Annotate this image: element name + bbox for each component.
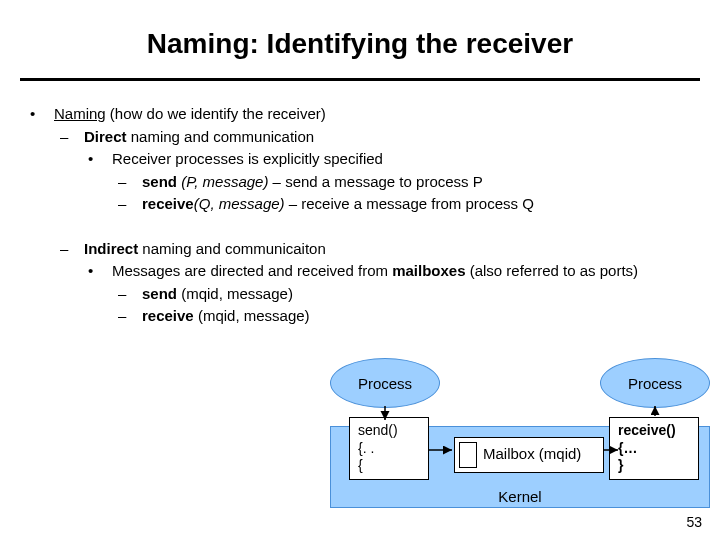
kernel-label: Kernel: [498, 488, 541, 505]
dot: •: [88, 260, 112, 283]
direct-sub-text: Receiver processes is explicitly specifi…: [112, 148, 700, 171]
naming-rest: (how do we identify the receiver): [106, 105, 326, 122]
indirect-sub-b: mailboxes: [392, 262, 465, 279]
indirect-text: Indirect naming and communicaiton: [84, 238, 700, 261]
isend-line: – send (mqid, message): [118, 283, 700, 306]
dash: –: [118, 193, 142, 216]
dash: –: [60, 238, 84, 261]
kernel-box: send() {. . { Mailbox (mqid) receive() {…: [330, 426, 710, 508]
dash: –: [118, 283, 142, 306]
recv-code-l1: receive(): [618, 422, 690, 440]
dash: –: [118, 305, 142, 328]
irecv-text: receive (mqid, message): [142, 305, 700, 328]
recv-code-l3: }: [618, 457, 690, 475]
isend-text: send (mqid, message): [142, 283, 700, 306]
send-args: (P, message): [177, 173, 268, 190]
send-line: – send (P, message) – send a message to …: [118, 171, 700, 194]
recv-line: – receive(Q, message) – receive a messag…: [118, 193, 700, 216]
recv-code-l2: {…: [618, 440, 690, 458]
slide-title: Naming: Identifying the receiver: [0, 0, 720, 78]
send-text: send (P, message) – send a message to pr…: [142, 171, 700, 194]
gap: [30, 216, 700, 238]
title-rule: [20, 78, 700, 81]
mailbox-slot: [459, 442, 477, 468]
dash: –: [118, 171, 142, 194]
direct-line: – Direct naming and communication: [60, 126, 700, 149]
recv-text: receive(Q, message) – receive a message …: [142, 193, 700, 216]
indirect-rest: naming and communicaiton: [138, 240, 326, 257]
irecv-rest: (mqid, message): [194, 307, 310, 324]
mailbox-box: Mailbox (mqid): [454, 437, 604, 473]
send-rest: – send a message to process P: [268, 173, 482, 190]
recv-bold: receive: [142, 195, 194, 212]
content: • Naming (how do we identify the receive…: [30, 103, 700, 328]
send-code-l3: {: [358, 457, 420, 475]
direct-sub: • Receiver processes is explicitly speci…: [88, 148, 700, 171]
process-label-right: Process: [628, 375, 682, 392]
send-code-box: send() {. . {: [349, 417, 429, 480]
indirect-bold: Indirect: [84, 240, 138, 257]
bullet-text: Naming (how do we identify the receiver): [54, 103, 700, 126]
bullet-dot: •: [30, 103, 54, 126]
bullet-naming: • Naming (how do we identify the receive…: [30, 103, 700, 126]
isend-bold: send: [142, 285, 177, 302]
irecv-line: – receive (mqid, message): [118, 305, 700, 328]
process-oval-right: Process: [600, 358, 710, 408]
indirect-sub: • Messages are directed and received fro…: [88, 260, 700, 283]
process-label-left: Process: [358, 375, 412, 392]
slide: Naming: Identifying the receiver • Namin…: [0, 0, 720, 540]
send-code-l1: send(): [358, 422, 420, 440]
direct-rest: naming and communication: [127, 128, 315, 145]
recv-rest: – receive a message from process Q: [285, 195, 534, 212]
process-oval-left: Process: [330, 358, 440, 408]
dash: –: [60, 126, 84, 149]
indirect-sub-c: (also referred to as ports): [466, 262, 639, 279]
page-number: 53: [686, 514, 702, 530]
indirect-sub-text: Messages are directed and received from …: [112, 260, 700, 283]
indirect-line: – Indirect naming and communicaiton: [60, 238, 700, 261]
recv-code-box: receive() {… }: [609, 417, 699, 480]
naming-underline: Naming: [54, 105, 106, 122]
direct-bold: Direct: [84, 128, 127, 145]
diagram: Process Process send() {. . { Mailbox (m…: [330, 358, 710, 518]
isend-rest: (mqid, message): [177, 285, 293, 302]
recv-args: (Q, message): [194, 195, 285, 212]
mailbox-label: Mailbox (mqid): [483, 445, 581, 462]
send-bold: send: [142, 173, 177, 190]
direct-text: Direct naming and communication: [84, 126, 700, 149]
irecv-bold: receive: [142, 307, 194, 324]
send-code-l2: {. .: [358, 440, 420, 458]
indirect-sub-a: Messages are directed and received from: [112, 262, 392, 279]
dot: •: [88, 148, 112, 171]
